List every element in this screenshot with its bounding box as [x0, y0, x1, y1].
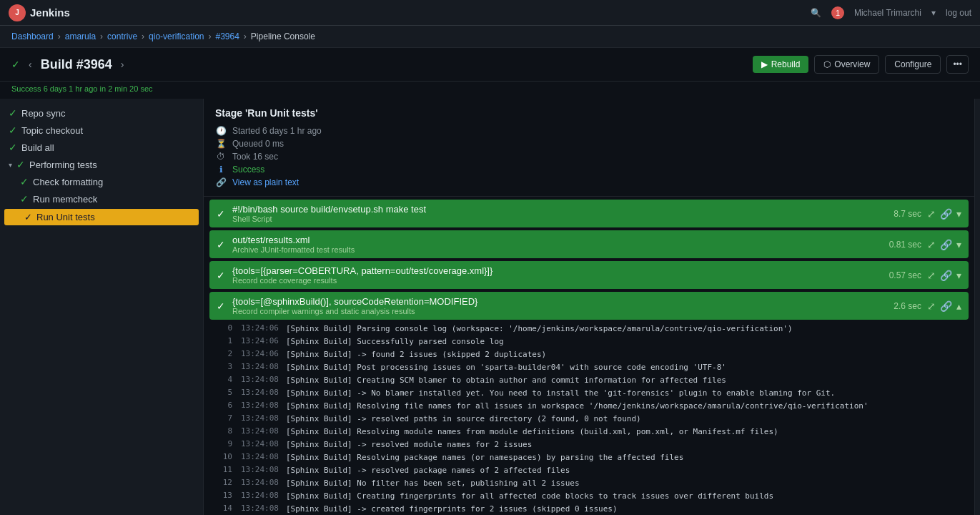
- sidebar-label-build-all: Build all: [21, 142, 54, 153]
- log-text: [Sphinx Build] -> resolved paths in sour…: [286, 413, 641, 426]
- step-name-1: out/test/results.xml: [232, 235, 889, 245]
- log-row: 13 13:24:08 [Sphinx Build] Creating fing…: [204, 490, 974, 503]
- sidebar-label-repo-sync: Repo sync: [21, 108, 65, 119]
- chevron-down-icon-1[interactable]: ▾: [956, 239, 961, 250]
- log-row: 3 13:24:08 [Sphinx Build] Post processin…: [204, 361, 974, 374]
- step-content-2: {tools=[{parser=COBERTURA, pattern=out/t…: [232, 265, 889, 285]
- timer-icon: ⏱: [215, 152, 227, 162]
- log-time: 13:24:08: [241, 374, 279, 384]
- queue-icon: ⏳: [215, 139, 227, 149]
- step-row-2[interactable]: ✓ {tools=[{parser=COBERTURA, pattern=out…: [209, 261, 969, 289]
- chevron-up-icon-3[interactable]: ▴: [956, 300, 961, 312]
- chevron-down-icon-2[interactable]: ▾: [956, 270, 961, 281]
- expand-icon-3[interactable]: ⤢: [927, 300, 936, 312]
- chevron-down-icon-0[interactable]: ▾: [956, 208, 961, 220]
- sidebar-item-run-unit-tests[interactable]: ✓ Run Unit tests: [4, 209, 199, 225]
- user-label[interactable]: Michael Trimarchi: [854, 8, 921, 18]
- log-time: 13:24:08: [241, 387, 279, 397]
- log-linenum: 1: [209, 335, 232, 345]
- sidebar-item-topic-checkout[interactable]: ✓ Topic checkout: [0, 122, 203, 139]
- sidebar-item-performing-tests[interactable]: ▾ ✓ Performing tests: [0, 156, 203, 173]
- step-sub-1: Archive JUnit-formatted test results: [232, 245, 889, 254]
- step-row-3[interactable]: ✓ {tools=[@sphinxBuild()], sourceCodeRet…: [209, 292, 969, 320]
- log-linenum: 12: [209, 477, 232, 487]
- step-name-0: #!/bin/bash source build/envsetup.sh mak…: [232, 204, 894, 215]
- log-text: [Sphinx Build] Creating SCM blamer to ob…: [286, 374, 726, 387]
- log-text: [Sphinx Build] Successfully parsed conso…: [286, 335, 504, 348]
- step-row-0[interactable]: ✓ #!/bin/bash source build/envsetup.sh m…: [209, 200, 969, 227]
- step-check-0: ✓: [217, 208, 225, 220]
- sidebar-label-topic-checkout: Topic checkout: [21, 125, 83, 136]
- play-icon: ▶: [761, 59, 768, 69]
- step-name-3: {tools=[@sphinxBuild()], sourceCodeReten…: [232, 296, 894, 307]
- log-linenum: 4: [209, 374, 232, 384]
- step-icons-3: ⤢ 🔗 ▴: [927, 300, 961, 312]
- log-time: 13:24:08: [241, 464, 279, 474]
- log-time: 13:24:08: [241, 477, 279, 487]
- success-icon-memcheck: ✓: [20, 193, 29, 205]
- step-timing-1: 0.81 sec: [889, 240, 921, 250]
- log-text: [Sphinx Build] Creating fingerprints for…: [286, 490, 773, 503]
- step-content-3: {tools=[@sphinxBuild()], sourceCodeReten…: [232, 296, 894, 315]
- nav-right: 🔍 1 Michael Trimarchi ▾ log out: [811, 6, 971, 19]
- sidebar-item-run-memcheck[interactable]: ✓ Run memcheck: [0, 190, 203, 207]
- notification-badge[interactable]: 1: [831, 6, 844, 19]
- build-header: ✓ ‹ Build #3964 › ▶ Rebuild ⬡ Overview C…: [0, 48, 980, 82]
- link-icon-0[interactable]: 🔗: [940, 208, 952, 220]
- stage-meta-took: ⏱ Took 16 sec: [215, 152, 963, 162]
- step-check-3: ✓: [217, 300, 225, 312]
- scrollbar-right[interactable]: [974, 99, 980, 515]
- log-row: 10 13:24:08 [Sphinx Build] Resolving pac…: [204, 451, 974, 464]
- stage-meta-status: ℹ Success: [215, 165, 963, 175]
- search-icon[interactable]: 🔍: [811, 8, 821, 18]
- step-icons-2: ⤢ 🔗 ▾: [927, 270, 961, 281]
- step-row-1[interactable]: ✓ out/test/results.xml Archive JUnit-for…: [209, 230, 969, 258]
- more-button[interactable]: •••: [946, 55, 969, 74]
- link-icon-1[interactable]: 🔗: [940, 239, 952, 250]
- stage-meta-started: 🕐 Started 6 days 1 hr ago: [215, 126, 963, 136]
- breadcrumb-dashboard[interactable]: Dashboard: [11, 31, 54, 41]
- log-text: [Sphinx Build] Post processing issues on…: [286, 361, 726, 374]
- nav-left: J Jenkins: [9, 4, 70, 21]
- sidebar-item-repo-sync[interactable]: ✓ Repo sync: [0, 104, 203, 122]
- link-icon-2[interactable]: 🔗: [940, 270, 952, 281]
- logout-link[interactable]: log out: [946, 8, 971, 18]
- sidebar-item-check-formatting[interactable]: ✓ Check formatting: [0, 173, 203, 190]
- steps-list: ✓ #!/bin/bash source build/envsetup.sh m…: [204, 197, 974, 323]
- build-actions: ▶ Rebuild ⬡ Overview Configure •••: [753, 55, 969, 74]
- log-row: 4 13:24:08 [Sphinx Build] Creating SCM b…: [204, 374, 974, 387]
- log-linenum: 10: [209, 451, 232, 461]
- step-content-1: out/test/results.xml Archive JUnit-forma…: [232, 235, 889, 254]
- success-icon-build: ✓: [9, 142, 17, 153]
- expand-icon-1[interactable]: ⤢: [927, 239, 936, 250]
- log-linenum: 2: [209, 348, 232, 358]
- log-linenum: 14: [209, 503, 232, 513]
- build-prev-button[interactable]: ‹: [26, 57, 35, 72]
- log-time: 13:24:08: [241, 503, 279, 513]
- log-text: [Sphinx Build] -> found 2 issues (skippe…: [286, 348, 546, 361]
- chevron-down-icon[interactable]: ▾: [931, 8, 936, 18]
- log-row: 11 13:24:08 [Sphinx Build] -> resolved p…: [204, 464, 974, 477]
- expand-icon-2[interactable]: ⤢: [927, 270, 936, 281]
- breadcrumb-build-num[interactable]: #3964: [215, 31, 239, 41]
- expand-icon-0[interactable]: ⤢: [927, 208, 936, 220]
- info-icon: ℹ: [215, 165, 227, 175]
- view-plain-text-link[interactable]: View as plain text: [232, 177, 299, 187]
- stage-started-text: Started 6 days 1 hr ago: [232, 126, 322, 136]
- breadcrumb-contrive[interactable]: contrive: [107, 31, 137, 41]
- breadcrumb-qio[interactable]: qio-verification: [149, 31, 204, 41]
- success-icon-unit: ✓: [24, 212, 32, 222]
- configure-button[interactable]: Configure: [885, 55, 941, 74]
- breadcrumb: Dashboard › amarula › contrive › qio-ver…: [0, 26, 980, 48]
- breadcrumb-sep-4: ›: [208, 31, 211, 41]
- log-row: 14 13:24:08 [Sphinx Build] -> created fi…: [204, 503, 974, 515]
- rebuild-button[interactable]: ▶ Rebuild: [753, 56, 809, 73]
- sidebar-item-build-all[interactable]: ✓ Build all: [0, 139, 203, 156]
- link-icon-3[interactable]: 🔗: [940, 300, 952, 312]
- breadcrumb-amarula[interactable]: amarula: [65, 31, 96, 41]
- success-icon-topic: ✓: [9, 124, 17, 136]
- overview-button[interactable]: ⬡ Overview: [814, 55, 879, 74]
- success-icon-performing: ✓: [16, 159, 25, 170]
- build-next-button[interactable]: ›: [118, 57, 127, 72]
- sidebar-label-run-unit-tests: Run Unit tests: [36, 212, 95, 222]
